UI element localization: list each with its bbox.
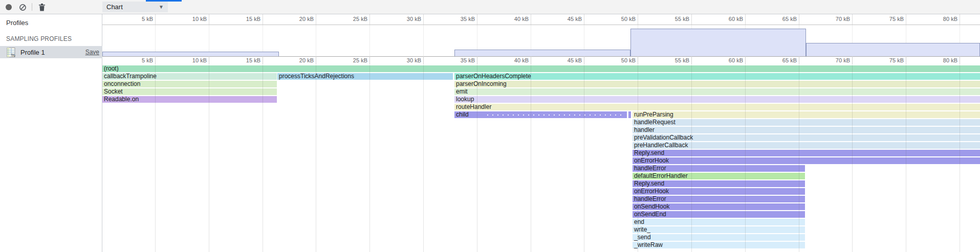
flame-gridline — [155, 65, 156, 252]
ruler-tick — [369, 14, 370, 25]
ruler-tick-label: 45 kB — [548, 16, 582, 22]
ruler-tick — [745, 56, 746, 64]
ruler-top: 5 kB10 kB15 kB20 kB25 kB30 kB35 kB40 kB4… — [102, 14, 980, 25]
flame-bar-child[interactable]: child — [454, 111, 627, 118]
flame-bar-socket[interactable]: Socket — [102, 88, 277, 95]
ruler-tick-label: 20 kB — [280, 57, 314, 63]
ruler-tick-label: 70 kB — [816, 16, 850, 22]
flame-gridline — [745, 65, 746, 252]
flame-bar--writeraw[interactable]: _writeRaw — [633, 242, 805, 248]
flame-bar-parseronincoming[interactable]: parserOnIncoming — [454, 81, 980, 87]
flame-bar-end[interactable]: end — [633, 219, 805, 225]
ruler-tick — [745, 14, 746, 25]
flame-bar-prehandlercallback[interactable]: preHandlerCallback — [633, 142, 980, 149]
ruler-tick — [584, 56, 584, 64]
flame-gridline — [906, 65, 906, 252]
ruler-tick — [906, 56, 906, 64]
ruler-tick — [316, 56, 316, 64]
overview-gridline — [369, 25, 370, 56]
toolbar-divider — [32, 3, 32, 11]
flame-bar--root-[interactable]: (root) — [102, 65, 980, 72]
ruler-tick — [209, 56, 209, 64]
flame-bar-onerrorhook[interactable]: onErrorHook — [633, 188, 805, 195]
ruler-tick — [423, 56, 424, 64]
flame-bar-lookup[interactable]: lookup — [454, 96, 980, 103]
flame-bar-reply-send[interactable]: Reply.send — [633, 150, 980, 156]
flame-bar-handleerror[interactable]: handleError — [633, 196, 805, 202]
delete-profile-button[interactable] — [37, 2, 47, 12]
chevron-down-icon: ▼ — [159, 4, 164, 10]
sidebar: Profiles SAMPLING PROFILES % Profile 1 S… — [0, 14, 102, 252]
flame-bar-handleerror[interactable]: handleError — [633, 165, 805, 172]
profiles-heading: Profiles — [6, 19, 28, 27]
ruler-tick-label: 35 kB — [441, 57, 475, 63]
flame-bar-defaulterrorhandler[interactable]: defaultErrorHandler — [633, 173, 805, 179]
ruler-tick — [369, 56, 370, 64]
ruler-tick — [906, 14, 906, 25]
ruler-bottom: 5 kB10 kB15 kB20 kB25 kB30 kB35 kB40 kB4… — [102, 56, 980, 64]
ruler-tick — [477, 56, 477, 64]
view-mode-select[interactable]: Chart ▼ — [102, 2, 168, 12]
flame-bar-onsendend[interactable]: onSendEnd — [633, 211, 805, 218]
flame-bar-processticksandrejections[interactable]: processTicksAndRejections — [277, 73, 453, 80]
flame-bar-onsendhook[interactable]: onSendHook — [633, 203, 805, 210]
flame-bar-routehandler[interactable]: routeHandler — [454, 104, 980, 110]
ruler-tick — [155, 14, 156, 25]
flame-gridline — [584, 65, 584, 252]
devtools-memory-profiler: { "toolbar": { "view_mode": "Chart", "ic… — [0, 0, 980, 252]
sidebar-item-profile-1[interactable]: % Profile 1 Save — [0, 46, 102, 58]
overview-gridline — [423, 25, 424, 56]
flame-bar-handlerequest[interactable]: handleRequest — [633, 119, 980, 126]
ruler-tick-label: 15 kB — [227, 57, 260, 63]
flame-gridline — [960, 65, 960, 252]
flame-bar-write-[interactable]: write_ — [633, 226, 805, 233]
top-accent-line — [146, 0, 182, 2]
overview-area-segment — [102, 52, 279, 56]
memory-overview[interactable] — [102, 25, 980, 57]
ruler-tick-label: 10 kB — [173, 57, 207, 63]
sampling-profiles-heading: SAMPLING PROFILES — [6, 35, 72, 42]
flame-bar--send[interactable]: _send — [633, 234, 805, 241]
flame-bar-onerrorhook[interactable]: onErrorHook — [633, 157, 980, 164]
record-button[interactable] — [4, 2, 14, 12]
flame-bar-emit[interactable]: emit — [454, 88, 980, 95]
heap-profile-icon: % — [7, 48, 16, 57]
flame-bar-reply-send[interactable]: Reply.send — [633, 180, 805, 187]
overview-area-segment — [630, 29, 806, 56]
flame-bar-runpreparsing[interactable]: runPreParsing — [633, 111, 980, 118]
record-icon — [6, 4, 12, 10]
ruler-tick — [638, 56, 638, 64]
ruler-tick-label: 45 kB — [548, 57, 582, 63]
flame-bar-parseronheaderscomplete[interactable]: parserOnHeadersComplete — [454, 73, 980, 80]
ruler-tick — [155, 56, 156, 64]
overview-gridline — [316, 25, 316, 56]
ruler-tick — [423, 14, 424, 25]
ruler-tick — [263, 56, 263, 64]
flame-bar-readable-on[interactable]: Readable.on — [102, 96, 277, 103]
ruler-tick-label: 65 kB — [763, 16, 797, 22]
ruler-tick-label: 75 kB — [870, 57, 904, 63]
flame-gridline — [477, 65, 477, 252]
ruler-tick — [584, 14, 584, 25]
save-link[interactable]: Save — [85, 49, 99, 56]
ruler-tick-label: 50 kB — [602, 16, 636, 22]
ruler-tick-label: 15 kB — [227, 16, 260, 22]
flame-chart[interactable]: (root)callbackTrampolineprocessTicksAndR… — [102, 65, 980, 252]
overview-area-segment — [806, 43, 980, 56]
clear-button[interactable] — [17, 2, 28, 12]
ruler-tick-label: 30 kB — [387, 57, 421, 63]
ruler-tick-label: 25 kB — [334, 16, 367, 22]
ruler-tick-label: 20 kB — [280, 16, 314, 22]
ruler-tick — [477, 14, 477, 25]
ruler-tick — [799, 56, 799, 64]
flame-bar-callbacktrampoline[interactable]: callbackTrampoline — [102, 73, 277, 80]
ruler-tick — [852, 14, 853, 25]
ruler-tick — [263, 14, 263, 25]
toolbar: Chart ▼ — [0, 0, 980, 14]
flame-bar-handler[interactable]: handler — [633, 127, 980, 133]
flame-bar-prevalidationcallback[interactable]: preValidationCallback — [633, 134, 980, 141]
flame-gridline — [638, 65, 638, 252]
ruler-tick — [852, 56, 853, 64]
flame-bar[interactable] — [628, 111, 631, 118]
flame-bar-onconnection[interactable]: onconnection — [102, 81, 277, 87]
